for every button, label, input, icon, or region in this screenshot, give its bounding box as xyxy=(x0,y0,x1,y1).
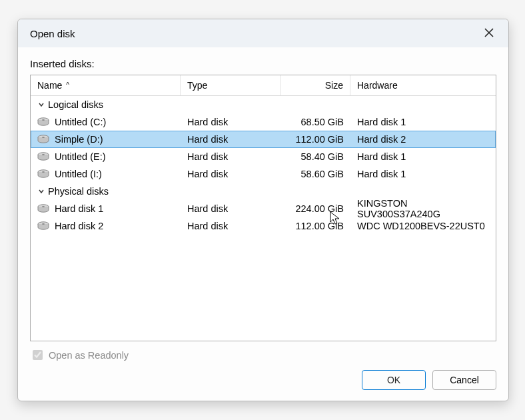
disk-row[interactable]: Simple (D:)Hard disk112.00 GiBHard disk … xyxy=(31,131,496,148)
button-row: OK Cancel xyxy=(30,370,496,391)
hard-disk-icon xyxy=(37,169,49,179)
column-header-size[interactable]: Size xyxy=(280,75,350,95)
disk-hardware: KINGSTON SUV300S37A240G xyxy=(357,198,489,219)
disk-type: Hard disk xyxy=(187,134,228,145)
close-icon xyxy=(484,28,494,39)
svg-point-7 xyxy=(42,171,45,173)
svg-point-11 xyxy=(42,223,45,225)
disk-row[interactable]: Untitled (C:)Hard disk68.50 GiBHard disk… xyxy=(31,113,496,131)
open-as-readonly-row: Open as Readonly xyxy=(30,348,496,362)
hard-disk-icon xyxy=(37,117,49,127)
disk-hardware: Hard disk 1 xyxy=(357,117,406,127)
disk-row[interactable]: Untitled (E:)Hard disk58.40 GiBHard disk… xyxy=(31,148,496,165)
group-label: Logical disks xyxy=(48,99,103,110)
disk-type: Hard disk xyxy=(187,169,228,179)
svg-point-9 xyxy=(42,206,45,207)
disk-row[interactable]: Hard disk 1Hard disk224.00 GiBKINGSTON S… xyxy=(31,200,496,217)
svg-point-1 xyxy=(42,119,45,121)
inserted-disks-label: Inserted disks: xyxy=(30,58,496,69)
dialog-title: Open disk xyxy=(30,28,75,39)
hard-disk-icon xyxy=(37,135,49,144)
hard-disk-icon xyxy=(37,221,49,231)
open-disk-dialog: Open disk Inserted disks: Name ^ Type Si… xyxy=(17,19,509,401)
disk-type: Hard disk xyxy=(187,151,228,162)
disk-hardware: Hard disk 1 xyxy=(357,169,406,179)
column-headers: Name ^ Type Size Hardware xyxy=(31,75,496,96)
disk-rows: Logical disksUntitled (C:)Hard disk68.50… xyxy=(31,96,496,341)
disk-name: Untitled (E:) xyxy=(55,151,106,162)
hard-disk-icon xyxy=(37,152,49,161)
disk-type: Hard disk xyxy=(187,203,228,214)
disk-size: 224.00 GiB xyxy=(295,203,344,214)
disk-name: Simple (D:) xyxy=(55,134,103,145)
disk-hardware: WDC WD1200BEVS-22UST0 xyxy=(357,221,485,231)
disk-type: Hard disk xyxy=(187,117,228,127)
sort-ascending-icon: ^ xyxy=(66,81,69,89)
hard-disk-icon xyxy=(37,204,49,213)
dialog-body: Inserted disks: Name ^ Type Size Hardwar… xyxy=(18,47,508,401)
column-header-type[interactable]: Type xyxy=(181,75,280,95)
disk-row[interactable]: Hard disk 2Hard disk112.00 GiBWDC WD1200… xyxy=(31,217,496,235)
disk-size: 58.60 GiB xyxy=(301,169,344,179)
svg-point-5 xyxy=(42,154,45,155)
group-row[interactable]: Logical disks xyxy=(31,96,496,113)
column-header-name[interactable]: Name ^ xyxy=(31,75,181,95)
disk-size: 68.50 GiB xyxy=(301,117,344,127)
disk-name: Hard disk 1 xyxy=(55,203,103,214)
chevron-down-icon xyxy=(36,186,47,197)
disk-size: 112.00 GiB xyxy=(295,134,344,145)
dialog-footer: Open as Readonly OK Cancel xyxy=(30,341,496,391)
column-header-name-label: Name xyxy=(37,80,62,91)
column-header-type-label: Type xyxy=(187,80,207,91)
disk-list[interactable]: Name ^ Type Size Hardware Logical disksU… xyxy=(30,75,496,341)
ok-button[interactable]: OK xyxy=(362,370,426,390)
disk-hardware: Hard disk 1 xyxy=(357,151,406,162)
disk-hardware: Hard disk 2 xyxy=(357,134,406,145)
cancel-button[interactable]: Cancel xyxy=(432,370,496,390)
disk-name: Untitled (C:) xyxy=(55,117,106,127)
column-header-size-label: Size xyxy=(325,80,343,91)
column-header-hardware-label: Hardware xyxy=(357,80,398,91)
open-as-readonly-label: Open as Readonly xyxy=(49,350,129,361)
disk-name: Untitled (I:) xyxy=(55,169,102,179)
close-button[interactable] xyxy=(479,23,499,43)
disk-size: 112.00 GiB xyxy=(295,221,344,231)
disk-size: 58.40 GiB xyxy=(301,151,344,162)
disk-type: Hard disk xyxy=(187,221,228,231)
disk-row[interactable]: Untitled (I:)Hard disk58.60 GiBHard disk… xyxy=(31,165,496,183)
svg-point-3 xyxy=(42,137,45,138)
chevron-down-icon xyxy=(36,99,47,110)
disk-name: Hard disk 2 xyxy=(55,221,103,231)
titlebar: Open disk xyxy=(18,19,508,47)
group-label: Physical disks xyxy=(48,186,109,197)
column-header-hardware[interactable]: Hardware xyxy=(350,75,496,95)
open-as-readonly-checkbox xyxy=(33,350,43,360)
